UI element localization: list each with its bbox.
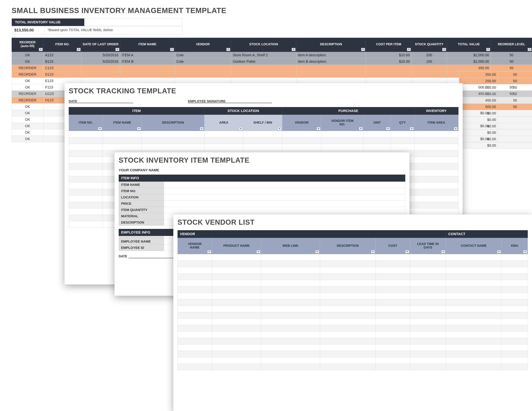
vendor-cell[interactable] — [261, 351, 320, 357]
vendor-row[interactable] — [178, 364, 528, 370]
inventory-col-0[interactable]: REORDER(auto-fill) — [12, 38, 44, 52]
vendor-cell[interactable] — [446, 325, 502, 332]
vendor-cell[interactable] — [261, 261, 320, 267]
vendor-cell[interactable] — [320, 293, 375, 299]
inventory-cell[interactable] — [366, 65, 412, 71]
inventory-cell[interactable]: $20.00 — [366, 58, 412, 65]
vendor-cell[interactable] — [212, 293, 261, 299]
inventory-cell[interactable]: OK — [12, 116, 44, 123]
track-cell[interactable] — [414, 170, 458, 176]
track-cell[interactable] — [204, 138, 243, 144]
inventory-col-8[interactable]: STOCK QUANTITY — [412, 38, 447, 52]
vendor-cell[interactable] — [376, 325, 410, 332]
inventory-cell[interactable]: 50 — [491, 65, 532, 71]
filter-icon[interactable] — [407, 48, 411, 51]
vendor-cell[interactable] — [410, 306, 446, 312]
vendor-cell[interactable] — [261, 319, 320, 325]
vendor-cell[interactable] — [212, 267, 261, 273]
vendor-cell[interactable] — [261, 293, 320, 299]
vendor-cell[interactable] — [502, 267, 528, 273]
track-cell[interactable] — [69, 183, 103, 189]
track-row[interactable] — [69, 138, 458, 144]
vendor-cell[interactable] — [446, 254, 502, 261]
inventory-cell[interactable] — [412, 65, 447, 71]
inventory-cell[interactable]: 100 — [412, 58, 447, 65]
filter-icon[interactable] — [256, 250, 260, 253]
track-cell[interactable] — [69, 157, 103, 163]
vendor-row[interactable] — [178, 286, 528, 293]
vendor-cell[interactable] — [502, 357, 528, 364]
vendor-cell[interactable] — [320, 261, 375, 267]
vendor-cell[interactable] — [376, 345, 410, 351]
inventory-col-9[interactable]: TOTAL VALUE — [447, 38, 491, 52]
vendor-cell[interactable] — [261, 312, 320, 319]
vendor-cell[interactable] — [320, 267, 375, 273]
vendor-cell[interactable] — [376, 280, 410, 286]
inventory-cell[interactable]: OK — [12, 84, 44, 91]
vendor-col-4[interactable]: COST — [376, 238, 410, 254]
vendor-cell[interactable] — [446, 273, 502, 280]
track-cell[interactable] — [414, 189, 458, 196]
track-cell[interactable] — [204, 144, 243, 150]
vendor-row[interactable] — [178, 325, 528, 332]
track-cell[interactable] — [103, 144, 142, 150]
vendor-cell[interactable] — [410, 273, 446, 280]
inventory-col-7[interactable]: COST PER ITEM — [366, 38, 412, 52]
vendor-cell[interactable] — [502, 299, 528, 306]
vendor-cell[interactable] — [261, 325, 320, 332]
vendor-col-7[interactable]: EMA — [502, 238, 528, 254]
track-cell[interactable] — [142, 131, 204, 138]
vendor-cell[interactable] — [212, 364, 261, 370]
vendor-row[interactable] — [178, 319, 528, 325]
vendor-cell[interactable] — [502, 332, 528, 338]
vendor-cell[interactable] — [212, 299, 261, 306]
vendor-cell[interactable] — [320, 364, 375, 370]
track-cell[interactable] — [142, 138, 204, 144]
vendor-row[interactable] — [178, 299, 528, 306]
vendor-cell[interactable] — [410, 267, 446, 273]
track-cell[interactable] — [321, 144, 363, 150]
inventory-col-4[interactable]: VENDOR — [175, 38, 231, 52]
vendor-cell[interactable] — [261, 299, 320, 306]
track-cell[interactable] — [414, 208, 458, 215]
track-cell[interactable] — [414, 157, 458, 163]
track-cell[interactable] — [363, 138, 391, 144]
vendor-cell[interactable] — [178, 351, 212, 357]
inventory-cell[interactable] — [296, 65, 366, 71]
track-cell[interactable] — [363, 131, 391, 138]
vendor-cell[interactable] — [178, 280, 212, 286]
inventory-cell[interactable]: $2,000.00 — [447, 52, 491, 58]
vendor-cell[interactable] — [410, 293, 446, 299]
vendor-cell[interactable] — [446, 293, 502, 299]
vendor-cell[interactable] — [261, 357, 320, 364]
inventory-cell[interactable]: Cole — [175, 58, 231, 65]
vendor-col-0[interactable]: VENDORNAME — [178, 238, 212, 254]
vendor-cell[interactable] — [410, 280, 446, 286]
track-cell[interactable] — [414, 183, 458, 189]
inventory-cell[interactable]: B123 — [43, 58, 81, 65]
vendor-cell[interactable] — [212, 338, 261, 345]
vendor-cell[interactable] — [502, 312, 528, 319]
inventory-cell[interactable]: ITEM B — [120, 58, 175, 65]
vendor-cell[interactable] — [261, 254, 320, 261]
vendor-cell[interactable] — [446, 286, 502, 293]
item-field-value[interactable] — [164, 188, 405, 194]
inventory-row[interactable]: REORDERC123350.0050 — [12, 65, 532, 71]
track-col-6[interactable]: VENDOR ITEMNO. — [321, 115, 363, 131]
vendor-cell[interactable] — [178, 332, 212, 338]
vendor-cell[interactable] — [502, 280, 528, 286]
track-col-5[interactable]: VENDOR — [282, 115, 321, 131]
vendor-cell[interactable] — [178, 338, 212, 345]
vendor-cell[interactable] — [178, 345, 212, 351]
track-cell[interactable] — [414, 202, 458, 208]
inventory-cell[interactable]: OK — [12, 136, 44, 142]
inventory-cell[interactable] — [231, 65, 296, 71]
track-cell[interactable] — [69, 138, 103, 144]
filter-icon[interactable] — [371, 250, 375, 253]
track-cell[interactable] — [282, 138, 321, 144]
track-cell[interactable] — [414, 196, 458, 202]
inventory-cell[interactable]: C123 — [43, 65, 81, 71]
vendor-cell[interactable] — [212, 319, 261, 325]
inventory-cell[interactable]: 5/20/2016 — [81, 58, 120, 65]
inventory-cell[interactable]: REORDER — [12, 91, 44, 97]
